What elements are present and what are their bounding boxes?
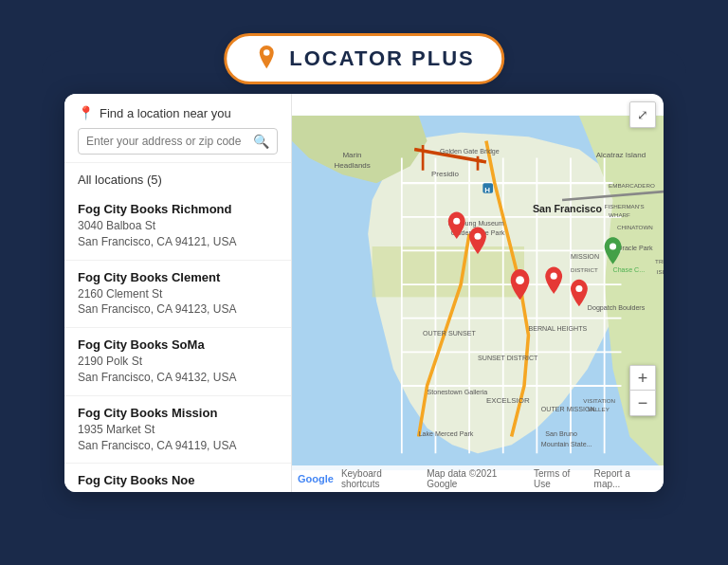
location-item[interactable]: Fog City Books Clement2160 Clement StSan…	[64, 261, 291, 329]
location-pin-icon	[253, 46, 280, 72]
search-box[interactable]: 🔍	[78, 128, 278, 155]
svg-text:DISTRICT: DISTRICT	[571, 266, 598, 273]
svg-text:Alcatraz Island: Alcatraz Island	[596, 151, 646, 159]
location-name: Fog City Books Mission	[78, 406, 278, 420]
location-address-line1: 1935 Market St	[78, 422, 278, 438]
location-name: Fog City Books Noe	[78, 473, 278, 487]
svg-text:Presidio: Presidio	[431, 170, 459, 178]
location-address-line2: San Francisco, CA 94121, USA	[78, 234, 278, 250]
zoom-out-button[interactable]: −	[630, 391, 655, 415]
location-name: Fog City Books Clement	[78, 270, 278, 284]
svg-text:Dogpatch Boulders: Dogpatch Boulders	[588, 304, 646, 312]
svg-text:OUTER SUNSET: OUTER SUNSET	[423, 330, 476, 337]
svg-text:Oracle Park: Oracle Park	[617, 245, 653, 252]
location-address-line1: 2160 Clement St	[78, 286, 278, 302]
svg-text:Stonestown Galleria: Stonestown Galleria	[428, 389, 488, 396]
svg-point-60	[575, 285, 582, 292]
svg-text:FISHERMAN'S: FISHERMAN'S	[605, 203, 645, 210]
svg-text:EMBARCADERO: EMBARCADERO	[609, 182, 655, 189]
location-list: Fog City Books Richmond3040 Balboa StSan…	[64, 192, 291, 492]
svg-text:OUTER MISSION: OUTER MISSION	[541, 406, 595, 413]
location-address-line1: 2190 Polk St	[78, 354, 278, 370]
svg-text:CHINATOWN: CHINATOWN	[617, 224, 653, 230]
svg-point-58	[516, 276, 524, 284]
location-address-line2: San Francisco, CA 94119, USA	[78, 438, 278, 454]
map-panel: Presidio de Young Museum Golden Gate Par…	[292, 94, 664, 492]
location-item[interactable]: Fog City Books Mission1935 Market StSan …	[64, 396, 291, 465]
svg-point-59	[551, 273, 557, 280]
search-icon: 🔍	[253, 134, 269, 149]
svg-point-61	[610, 243, 616, 249]
search-input[interactable]	[86, 135, 247, 148]
map-data-text: Map data ©2021 Google	[427, 468, 528, 489]
svg-text:Chase C...: Chase C...	[613, 266, 646, 274]
map-footer-links: Keyboard shortcuts Map data ©2021 Google…	[341, 468, 658, 489]
svg-text:VISITATION: VISITATION	[583, 397, 615, 404]
svg-text:SUNSET DISTRICT: SUNSET DISTRICT	[478, 355, 538, 362]
svg-text:MISSION: MISSION	[571, 253, 599, 261]
svg-text:Lake Merced Park: Lake Merced Park	[419, 430, 474, 438]
location-address-line2: San Francisco, CA 94132, USA	[78, 370, 278, 386]
svg-text:Mountain State...: Mountain State...	[541, 441, 592, 448]
svg-text:EXCELSIOR: EXCELSIOR	[486, 396, 530, 405]
location-name: Fog City Books Richmond	[78, 202, 278, 216]
location-name: Fog City Books SoMa	[78, 337, 278, 352]
svg-text:Golden Gate Bridge: Golden Gate Bridge	[440, 148, 500, 155]
map-footer: Google Keyboard shortcuts Map data ©2021…	[292, 465, 664, 492]
svg-text:TREAS...: TREAS...	[655, 258, 664, 264]
left-panel: 📍 Find a location near you 🔍 All locatio…	[64, 94, 292, 492]
svg-point-0	[264, 49, 270, 56]
zoom-controls: + −	[629, 365, 656, 416]
location-address-line2: San Francisco, CA 94123, USA	[78, 301, 278, 318]
terms-of-use-link[interactable]: Terms of Use	[534, 468, 589, 489]
zoom-in-button[interactable]: +	[630, 366, 655, 391]
svg-text:WHARF: WHARF	[609, 211, 630, 218]
location-address-line1: 3040 Balboa St	[78, 218, 278, 234]
locator-badge: LOCATOR PLUS	[224, 33, 504, 84]
find-label-row: 📍 Find a location near you	[78, 105, 278, 120]
outer-container: LOCATOR PLUS 📍 Find a location near you …	[42, 50, 686, 515]
svg-text:H: H	[484, 186, 490, 194]
google-logo: Google	[298, 473, 334, 484]
location-item[interactable]: Fog City Books SoMa2190 Polk StSan Franc…	[64, 328, 291, 396]
locator-badge-text: LOCATOR PLUS	[289, 46, 475, 71]
pin-icon-small: 📍	[78, 105, 94, 120]
svg-text:ISLAND: ISLAND	[657, 268, 664, 275]
svg-point-56	[453, 218, 460, 225]
svg-text:San Francisco: San Francisco	[533, 203, 603, 214]
report-map-link[interactable]: Report a map...	[594, 468, 658, 489]
fullscreen-icon: ⤢	[637, 107, 648, 122]
all-locations-label: All locations (5)	[64, 163, 291, 192]
svg-text:Marin: Marin	[342, 151, 361, 159]
svg-rect-5	[373, 246, 524, 297]
svg-point-57	[474, 233, 481, 240]
main-widget: 📍 Find a location near you 🔍 All locatio…	[64, 94, 664, 492]
keyboard-shortcuts-link[interactable]: Keyboard shortcuts	[341, 468, 421, 489]
location-item[interactable]: Fog City Books Noe	[64, 464, 291, 492]
location-item[interactable]: Fog City Books Richmond3040 Balboa StSan…	[64, 192, 291, 261]
find-label: Find a location near you	[100, 106, 231, 120]
fullscreen-button[interactable]: ⤢	[629, 101, 656, 128]
panel-header: 📍 Find a location near you 🔍	[64, 94, 291, 163]
svg-text:Headlands: Headlands	[335, 161, 371, 170]
svg-text:BERNAL HEIGHTS: BERNAL HEIGHTS	[528, 325, 587, 333]
map-svg: Presidio de Young Museum Golden Gate Par…	[292, 94, 664, 492]
svg-text:San Bruno: San Bruno	[545, 430, 577, 438]
